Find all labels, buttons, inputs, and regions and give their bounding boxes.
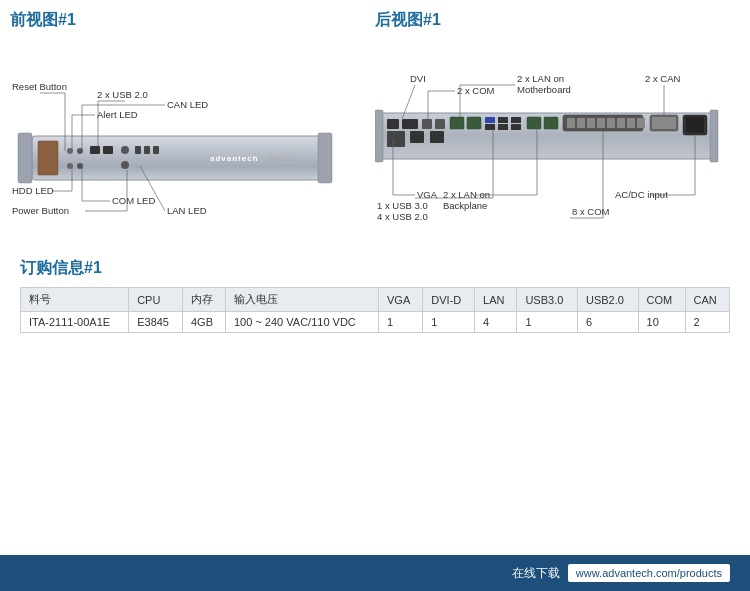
svg-rect-54 bbox=[511, 124, 521, 130]
footer: 在线下载 www.advantech.com/products bbox=[0, 555, 750, 591]
svg-rect-41 bbox=[375, 110, 383, 162]
svg-text:2 x LAN on: 2 x LAN on bbox=[517, 73, 564, 84]
svg-rect-10 bbox=[144, 146, 150, 154]
cell-usb20: 6 bbox=[577, 312, 638, 333]
svg-rect-11 bbox=[153, 146, 159, 154]
svg-text:HDD LED: HDD LED bbox=[12, 185, 54, 196]
svg-text:Power Button: Power Button bbox=[12, 205, 69, 216]
svg-rect-62 bbox=[607, 118, 615, 128]
cell-lan: 4 bbox=[475, 312, 517, 333]
col-header-com: COM bbox=[638, 288, 685, 312]
front-view-svg: advantech ITA-2111 Alert LED CAN LED Res… bbox=[10, 43, 340, 233]
svg-rect-71 bbox=[410, 131, 424, 143]
svg-rect-42 bbox=[710, 110, 718, 162]
svg-rect-1 bbox=[18, 133, 32, 183]
svg-rect-47 bbox=[450, 117, 464, 129]
cell-com: 10 bbox=[638, 312, 685, 333]
svg-rect-53 bbox=[511, 117, 521, 123]
svg-rect-58 bbox=[567, 118, 575, 128]
cell-memory: 4GB bbox=[182, 312, 225, 333]
svg-rect-64 bbox=[627, 118, 635, 128]
footer-url: www.advantech.com/products bbox=[568, 564, 730, 582]
cell-dvi-d: 1 bbox=[423, 312, 475, 333]
front-view-panel: 前视图#1 bbox=[10, 10, 365, 243]
svg-text:COM LED: COM LED bbox=[112, 195, 155, 206]
front-view-diagram: advantech ITA-2111 Alert LED CAN LED Res… bbox=[10, 43, 340, 243]
svg-rect-44 bbox=[402, 119, 418, 129]
rear-view-panel: 后视图#1 bbox=[375, 10, 730, 243]
svg-text:advantech: advantech bbox=[210, 154, 259, 163]
svg-text:2 x CAN: 2 x CAN bbox=[645, 73, 681, 84]
cell-voltage: 100 ~ 240 VAC/110 VDC bbox=[225, 312, 378, 333]
svg-rect-72 bbox=[430, 131, 444, 143]
ordering-section: 订购信息#1 料号 CPU 内存 输入电压 VGA DVI-D LAN USB3… bbox=[0, 243, 750, 343]
svg-rect-70 bbox=[387, 131, 405, 147]
col-header-can: CAN bbox=[685, 288, 729, 312]
svg-rect-45 bbox=[422, 119, 432, 129]
front-view-title: 前视图#1 bbox=[10, 10, 365, 31]
svg-point-14 bbox=[121, 161, 129, 169]
svg-rect-50 bbox=[485, 124, 495, 130]
svg-rect-67 bbox=[652, 117, 676, 129]
cell-can: 2 bbox=[685, 312, 729, 333]
cell-usb30: 1 bbox=[517, 312, 578, 333]
col-header-voltage: 输入电压 bbox=[225, 288, 378, 312]
svg-rect-6 bbox=[90, 146, 100, 154]
rear-view-diagram: DVI 2 x CAN 2 x COM 2 x LAN on Motherboa… bbox=[375, 43, 715, 243]
svg-rect-48 bbox=[467, 117, 481, 129]
table-row: ITA-2111-00A1E E3845 4GB 100 ~ 240 VAC/1… bbox=[21, 312, 730, 333]
ordering-title: 订购信息#1 bbox=[20, 258, 730, 279]
svg-text:Alert LED: Alert LED bbox=[97, 109, 138, 120]
rear-view-svg: DVI 2 x CAN 2 x COM 2 x LAN on Motherboa… bbox=[375, 43, 720, 233]
col-header-lan: LAN bbox=[475, 288, 517, 312]
col-header-vga: VGA bbox=[379, 288, 423, 312]
svg-rect-61 bbox=[597, 118, 605, 128]
svg-text:4 x USB 2.0: 4 x USB 2.0 bbox=[377, 211, 428, 222]
svg-rect-63 bbox=[617, 118, 625, 128]
col-header-usb20: USB2.0 bbox=[577, 288, 638, 312]
svg-rect-69 bbox=[686, 117, 704, 133]
cell-vga: 1 bbox=[379, 312, 423, 333]
col-header-memory: 内存 bbox=[182, 288, 225, 312]
col-header-part: 料号 bbox=[21, 288, 129, 312]
svg-text:8 x COM: 8 x COM bbox=[572, 206, 610, 217]
cell-part-number: ITA-2111-00A1E bbox=[21, 312, 129, 333]
svg-text:Motherboard: Motherboard bbox=[517, 84, 571, 95]
svg-rect-60 bbox=[587, 118, 595, 128]
col-header-cpu: CPU bbox=[129, 288, 183, 312]
col-header-dvid: DVI-D bbox=[423, 288, 475, 312]
svg-rect-51 bbox=[498, 117, 508, 123]
svg-rect-49 bbox=[485, 117, 495, 123]
svg-text:Backplane: Backplane bbox=[443, 200, 487, 211]
svg-rect-56 bbox=[544, 117, 558, 129]
svg-text:AC/DC input: AC/DC input bbox=[615, 189, 668, 200]
svg-text:VGA: VGA bbox=[417, 189, 438, 200]
svg-text:DVI: DVI bbox=[410, 73, 426, 84]
ordering-table: 料号 CPU 内存 输入电压 VGA DVI-D LAN USB3.0 USB2… bbox=[20, 287, 730, 333]
svg-rect-43 bbox=[387, 119, 399, 129]
svg-text:Reset Button: Reset Button bbox=[12, 81, 67, 92]
rear-view-title: 后视图#1 bbox=[375, 10, 730, 31]
svg-rect-52 bbox=[498, 124, 508, 130]
svg-rect-65 bbox=[637, 118, 645, 128]
svg-rect-59 bbox=[577, 118, 585, 128]
svg-text:2 x COM: 2 x COM bbox=[457, 85, 495, 96]
svg-rect-55 bbox=[527, 117, 541, 129]
col-header-usb30: USB3.0 bbox=[517, 288, 578, 312]
svg-text:ITA-2111: ITA-2111 bbox=[268, 155, 296, 162]
svg-rect-9 bbox=[135, 146, 141, 154]
svg-rect-7 bbox=[103, 146, 113, 154]
footer-label: 在线下载 bbox=[512, 565, 560, 582]
cell-cpu: E3845 bbox=[129, 312, 183, 333]
svg-text:LAN LED: LAN LED bbox=[167, 205, 207, 216]
svg-text:2 x USB 2.0: 2 x USB 2.0 bbox=[97, 89, 148, 100]
svg-rect-2 bbox=[318, 133, 332, 183]
svg-rect-46 bbox=[435, 119, 445, 129]
svg-text:2 x LAN on: 2 x LAN on bbox=[443, 189, 490, 200]
svg-text:1 x USB 3.0: 1 x USB 3.0 bbox=[377, 200, 428, 211]
svg-rect-3 bbox=[38, 141, 58, 175]
svg-point-8 bbox=[121, 146, 129, 154]
svg-text:CAN LED: CAN LED bbox=[167, 99, 208, 110]
